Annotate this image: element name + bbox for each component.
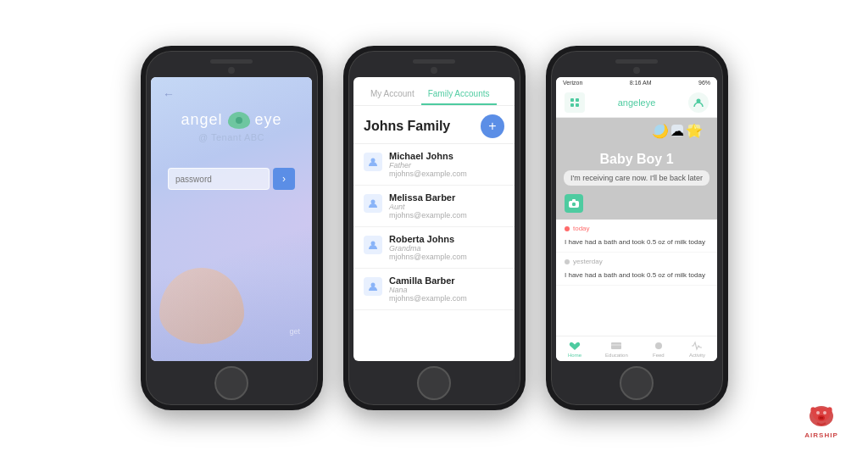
baby-screen-container: Verizon 8:16 AM 96% — [556, 77, 717, 361]
svg-point-14 — [655, 342, 662, 349]
home-button-2[interactable] — [417, 366, 451, 400]
nav-title: angeleye — [618, 97, 656, 108]
family-header: Johns Family + — [353, 106, 515, 144]
family-member-3[interactable]: Camilla Barber Nana mjohns@example.com — [353, 269, 515, 310]
back-arrow-icon[interactable]: ← — [163, 87, 175, 101]
member-email-2: mjohns@example.com — [389, 253, 504, 261]
today-text: today — [573, 225, 590, 232]
bottom-nav-feed[interactable]: Feed — [652, 340, 665, 358]
family-member-1[interactable]: Melissa Barber Aunt mjohns@example.com — [353, 186, 515, 227]
bottom-nav-education[interactable]: Education — [605, 340, 628, 358]
bottom-home-label: Home — [568, 353, 581, 358]
phone-speaker-2 — [413, 59, 455, 64]
member-name-1: Melissa Barber — [389, 192, 504, 203]
member-icon-1 — [364, 194, 382, 213]
home-button-3[interactable] — [620, 366, 654, 400]
profile-icon — [693, 97, 704, 108]
member-role-1: Aunt — [389, 203, 504, 211]
family-title: Johns Family — [364, 119, 450, 134]
member-icon-0 — [364, 153, 382, 171]
tab-family-accounts[interactable]: Family Accounts — [421, 86, 497, 105]
cloud-decor: ☁ — [671, 125, 683, 136]
airship-svg — [804, 399, 838, 430]
person-icon-3 — [368, 281, 378, 292]
svg-rect-7 — [576, 103, 579, 107]
bottom-nav-home[interactable]: Home — [568, 340, 581, 358]
member-email-3: mjohns@example.com — [389, 294, 504, 303]
feed-entry-today: I have had a bath and took 0.5 oz of mil… — [556, 234, 717, 253]
family-member-2[interactable]: Roberta Johns Grandma mjohns@example.com — [353, 227, 515, 269]
member-info-0: Michael Johns Father mjohns@example.com — [389, 151, 504, 178]
get-text: get — [289, 327, 300, 336]
moon-decor: 🌙 — [654, 125, 666, 136]
today-label: today — [556, 220, 717, 234]
member-info-1: Melissa Barber Aunt mjohns@example.com — [389, 192, 504, 220]
svg-rect-12 — [611, 342, 621, 349]
svg-point-21 — [821, 417, 823, 419]
carrier-label: Verizon — [563, 80, 582, 86]
camera-button[interactable] — [565, 194, 583, 213]
bottom-feed-label: Feed — [653, 353, 665, 358]
phone-login: ← angel eye @ Tenant ABC › — [141, 46, 323, 410]
member-name-0: Michael Johns — [389, 151, 504, 161]
password-input[interactable] — [168, 168, 270, 190]
person-icon-0 — [368, 157, 378, 167]
member-role-0: Father — [389, 161, 504, 170]
member-role-2: Grandma — [389, 244, 504, 253]
phone-speaker-3 — [615, 59, 658, 64]
member-role-3: Nana — [389, 286, 504, 294]
home-icon — [570, 97, 580, 108]
add-member-button[interactable]: + — [481, 114, 504, 138]
tab-my-account[interactable]: My Account — [364, 86, 421, 105]
baby-nav: angeleye — [556, 88, 717, 118]
family-screen-container: My Account Family Accounts Johns Family … — [353, 77, 515, 361]
person-icon-1 — [368, 198, 378, 209]
camera-icon — [569, 199, 579, 208]
member-email-1: mjohns@example.com — [389, 211, 504, 220]
svg-point-20 — [820, 417, 821, 419]
scene: ← angel eye @ Tenant ABC › — [0, 0, 868, 456]
logo-eye: eye — [255, 111, 282, 129]
bottom-nav: Home Education — [556, 336, 717, 361]
baby-hero: 🌙 ☁ ⭐ Baby Boy 1 I'm receiving care now.… — [556, 118, 717, 220]
bottom-education-label: Education — [605, 353, 628, 358]
member-info-3: Camilla Barber Nana mjohns@example.com — [389, 275, 504, 303]
login-form: › — [168, 168, 295, 190]
phone-speaker — [210, 59, 253, 64]
phone-camera-3 — [633, 67, 640, 74]
feed-icon — [653, 341, 665, 351]
svg-point-0 — [371, 158, 376, 163]
heart-icon — [569, 341, 581, 351]
bottom-nav-activity[interactable]: Activity — [689, 340, 705, 358]
family-screen: My Account Family Accounts Johns Family … — [353, 77, 515, 361]
svg-point-3 — [371, 283, 376, 287]
today-dot — [565, 226, 570, 231]
svg-point-1 — [371, 200, 376, 204]
home-button[interactable] — [214, 366, 248, 400]
bottom-education-icon — [609, 340, 623, 352]
svg-point-17 — [816, 411, 820, 414]
time-label: 8:16 AM — [630, 80, 652, 86]
nav-home-icon[interactable] — [565, 92, 585, 113]
bottom-feed-icon — [652, 340, 665, 352]
education-icon — [610, 341, 622, 351]
family-tabs: My Account Family Accounts — [353, 77, 515, 106]
login-submit-button[interactable]: › — [273, 168, 295, 190]
svg-point-18 — [823, 411, 826, 414]
status-right: 96% — [698, 80, 710, 86]
yesterday-dot — [565, 259, 570, 264]
phone-camera-2 — [431, 67, 437, 74]
svg-point-2 — [371, 242, 376, 246]
feed-entry-yesterday: I have had a bath and took 0.5 oz of mil… — [556, 267, 717, 286]
phone-camera — [228, 67, 235, 74]
nav-profile-icon[interactable] — [688, 92, 709, 113]
family-member-0[interactable]: Michael Johns Father mjohns@example.com — [353, 144, 515, 186]
member-icon-2 — [364, 236, 382, 254]
svg-rect-4 — [570, 98, 574, 102]
logo-angel: angel — [181, 111, 222, 129]
member-email-0: mjohns@example.com — [389, 170, 504, 178]
svg-point-10 — [572, 203, 576, 206]
member-name-3: Camilla Barber — [389, 275, 504, 286]
submit-arrow-icon: › — [282, 173, 286, 185]
person-icon-2 — [368, 240, 378, 250]
